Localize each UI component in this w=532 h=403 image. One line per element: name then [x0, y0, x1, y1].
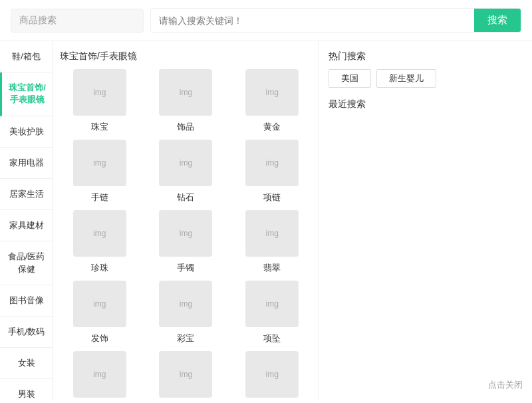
category-img-7: img	[159, 210, 212, 257]
sidebar: 鞋/箱包珠宝首饰/手表眼镜美妆护肤家用电器居家生活家具建材食品/医药保健图书音像…	[0, 41, 53, 400]
category-img-9: img	[73, 281, 126, 327]
category-item-6[interactable]: img 珍珠	[60, 210, 140, 274]
category-img-0: img	[73, 69, 126, 116]
sidebar-item-7[interactable]: 图书音像	[0, 285, 53, 317]
category-img-5: img	[245, 140, 299, 186]
category-grid: img 珠宝 img 饰品 img 黄金 img 手链 img 钻石 img 项…	[60, 69, 312, 400]
category-item-8[interactable]: img 翡翠	[232, 210, 312, 274]
sidebar-item-0[interactable]: 鞋/箱包	[0, 41, 53, 72]
category-item-4[interactable]: img 钻石	[146, 140, 226, 203]
category-img-3: img	[73, 140, 126, 186]
sidebar-item-1[interactable]: 珠宝首饰/手表眼镜	[0, 72, 53, 116]
category-img-4: img	[159, 140, 212, 186]
main-panel: 鞋/箱包珠宝首饰/手表眼镜美妆护肤家用电器居家生活家具建材食品/医药保健图书音像…	[0, 41, 532, 400]
category-label-10: 彩宝	[177, 333, 194, 344]
category-item-11[interactable]: img 项坠	[232, 281, 312, 344]
sidebar-item-6[interactable]: 食品/医药保健	[0, 241, 53, 285]
category-panel: 珠宝首饰/手表眼镜 img 珠宝 img 饰品 img 黄金 img 手链 im…	[53, 41, 319, 400]
category-img-10: img	[159, 281, 212, 327]
category-label-2: 黄金	[263, 121, 281, 133]
sidebar-item-4[interactable]: 居家生活	[0, 179, 53, 210]
category-label-5: 项链	[263, 192, 281, 203]
category-item-9[interactable]: img 发饰	[60, 281, 140, 344]
product-search-label: 商品搜索	[11, 9, 144, 33]
category-img-13: img	[159, 351, 212, 398]
header: 商品搜索 搜索	[0, 0, 532, 41]
search-input[interactable]	[151, 10, 474, 31]
category-img-8: img	[245, 210, 299, 257]
hot-search-tags: 美国新生婴儿	[329, 69, 523, 88]
category-item-0[interactable]: img 珠宝	[60, 69, 140, 133]
category-item-10[interactable]: img 彩宝	[146, 281, 226, 344]
hot-tag-0[interactable]: 美国	[329, 69, 371, 88]
category-label-9: 发饰	[91, 333, 108, 344]
category-item-3[interactable]: img 手链	[60, 140, 140, 203]
category-img-6: img	[73, 210, 126, 257]
category-item-12[interactable]: img 玉石	[60, 351, 140, 400]
sidebar-item-10[interactable]: 男装	[0, 379, 53, 400]
hot-search-title: 热门搜索	[329, 51, 523, 63]
category-label-11: 项坠	[263, 333, 281, 344]
category-img-11: img	[245, 281, 299, 327]
category-item-1[interactable]: img 饰品	[146, 69, 226, 133]
category-item-2[interactable]: img 黄金	[232, 69, 312, 133]
close-link[interactable]: 点击关闭	[488, 379, 523, 391]
category-label-0: 珠宝	[91, 121, 108, 133]
category-label-6: 珍珠	[91, 262, 108, 274]
category-img-12: img	[73, 351, 126, 398]
category-img-14: img	[245, 351, 299, 398]
category-img-1: img	[159, 69, 212, 116]
category-label-7: 手镯	[177, 262, 194, 274]
sidebar-item-2[interactable]: 美妆护肤	[0, 116, 53, 148]
sidebar-item-5[interactable]: 家具建材	[0, 210, 53, 241]
sidebar-item-3[interactable]: 家用电器	[0, 148, 53, 179]
search-panel: 热门搜索 美国新生婴儿 最近搜索 点击关闭	[319, 41, 532, 400]
category-item-5[interactable]: img 项链	[232, 140, 312, 203]
search-bar: 搜索	[150, 8, 521, 33]
category-item-14[interactable]: img 铂金	[232, 351, 312, 400]
search-button[interactable]: 搜索	[474, 9, 521, 32]
category-item-13[interactable]: img 戒指	[146, 351, 226, 400]
category-label-4: 钻石	[177, 192, 194, 203]
sidebar-item-9[interactable]: 女装	[0, 348, 53, 379]
sidebar-item-8[interactable]: 手机/数码	[0, 317, 53, 348]
category-label-1: 饰品	[177, 121, 194, 133]
category-img-2: img	[245, 69, 299, 116]
category-header: 珠宝首饰/手表眼镜	[60, 48, 312, 69]
category-item-7[interactable]: img 手镯	[146, 210, 226, 274]
category-label-8: 翡翠	[263, 262, 281, 274]
recent-search-title: 最近搜索	[329, 98, 523, 110]
hot-tag-1[interactable]: 新生婴儿	[376, 69, 436, 88]
category-label-3: 手链	[91, 192, 108, 203]
